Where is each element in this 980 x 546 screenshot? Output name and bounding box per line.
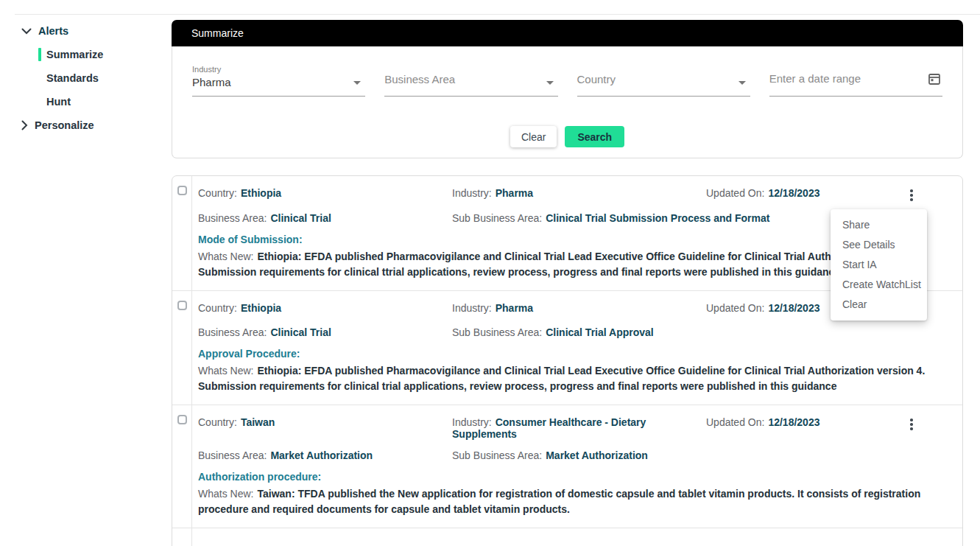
industry-label: Industry [192,63,365,74]
country-value: Ethiopia [241,302,281,314]
select-checkbox[interactable] [177,301,187,310]
chevron-down-icon [353,81,361,85]
business-area-value: Clinical Trial [270,212,331,224]
updated-on-label: Updated On: [706,302,764,314]
select-checkbox[interactable] [177,186,187,195]
updated-on-label: Updated On: [706,416,764,428]
business-area-label: Business Area: [198,212,267,224]
whats-new-text: Taiwan: TFDA published the New applicati… [198,488,920,515]
card-context-menu: Share See Details Start IA Create WatchL… [831,209,927,321]
checkbox-cell [172,405,192,528]
alert-card-content: Country:Taiwan Industry:Consumer Healthc… [192,405,962,528]
checkbox-cell [172,291,192,405]
sidebar-item-label: Summarize [46,49,103,60]
industry-value: Pharma [192,76,365,88]
industry-value: Pharma [496,187,533,199]
more-options-icon[interactable] [906,188,917,203]
updated-on-label: Updated On: [706,187,764,199]
menu-item-create-watchlist[interactable]: Create WatchList [831,275,927,295]
alert-card [172,528,962,546]
business-area-placeholder: Business Area [384,63,557,85]
whats-new-label: Whats New: [198,365,253,377]
menu-item-clear[interactable]: Clear [831,295,927,315]
filter-form: Industry Pharma Business Area Country [172,46,963,158]
checkbox-cell [172,528,192,546]
country-select[interactable]: Country [577,63,750,97]
business-area-select[interactable]: Business Area [384,63,557,97]
checkbox-cell [172,176,192,290]
sidebar-item-label: Hunt [46,96,71,108]
updated-on-value: 12/18/2023 [768,187,819,199]
industry-label: Industry: [452,416,492,428]
whats-new-label: Whats New: [198,488,253,500]
sidebar-item-label: Personalize [35,119,94,131]
alert-card: Country:Taiwan Industry:Consumer Healthc… [172,405,962,528]
sidebar: Alerts Summarize Standards Hunt Personal… [0,15,172,137]
sidebar-item-hunt[interactable]: Hunt [0,90,172,113]
clear-button[interactable]: Clear [510,126,557,147]
sidebar-item-standards[interactable]: Standards [0,66,172,90]
menu-item-see-details[interactable]: See Details [831,235,927,255]
sub-business-area-value: Market Authorization [546,449,648,461]
business-area-label: Business Area: [198,326,267,338]
summarize-panel: Summarize Industry Pharma Business Area … [172,20,963,158]
business-area-label: Business Area: [198,449,267,461]
date-range-field[interactable] [769,63,942,97]
search-button[interactable]: Search [565,126,624,147]
industry-select[interactable]: Industry Pharma [192,63,365,97]
country-value: Ethiopia [241,187,281,199]
date-range-input[interactable] [769,63,917,85]
select-checkbox[interactable] [177,415,187,424]
panel-title: Summarize [172,20,963,46]
country-label: Country: [198,187,237,199]
sidebar-item-summarize[interactable]: Summarize [0,43,172,66]
sub-business-area-label: Sub Business Area: [452,449,542,461]
updated-on-value: 12/18/2023 [768,302,819,314]
sub-business-area-value: Clinical Trial Submission Process and Fo… [546,212,769,224]
menu-item-start-ia[interactable]: Start IA [831,255,927,275]
sub-business-area-label: Sub Business Area: [452,326,542,338]
updated-on-value: 12/18/2023 [768,416,819,428]
chevron-down-icon [738,81,746,85]
selected-indicator [38,48,41,61]
whats-new-text: Ethiopia: EFDA published Pharmacovigilan… [198,251,925,278]
whats-new-label: Whats New: [198,251,253,262]
business-area-value: Market Authorization [270,449,373,461]
sidebar-item-label: Standards [46,72,99,84]
chevron-down-icon [546,81,554,85]
sub-business-area-value: Clinical Trial Approval [546,326,654,338]
industry-value: Pharma [496,302,533,314]
sidebar-item-label: Alerts [38,25,68,37]
country-label: Country: [198,416,237,428]
more-options-icon[interactable] [906,417,917,432]
menu-item-share[interactable]: Share [831,215,927,235]
business-area-value: Clinical Trial [270,326,331,338]
alert-topic-heading: Approval Procedure: [198,348,956,360]
country-label: Country: [198,302,237,314]
calendar-icon[interactable] [928,72,941,88]
whats-new-text: Ethiopia: EFDA published Pharmacovigilan… [198,365,925,392]
sidebar-item-alerts[interactable]: Alerts [0,19,172,43]
alert-topic-heading: Authorization procedure: [198,471,956,483]
industry-label: Industry: [452,302,492,314]
chevron-right-icon [21,120,28,130]
sub-business-area-label: Sub Business Area: [452,212,542,224]
chevron-down-icon [21,28,32,35]
country-placeholder: Country [577,63,750,85]
sidebar-item-personalize[interactable]: Personalize [0,113,172,137]
industry-label: Industry: [452,187,492,199]
country-value: Taiwan [241,416,275,428]
